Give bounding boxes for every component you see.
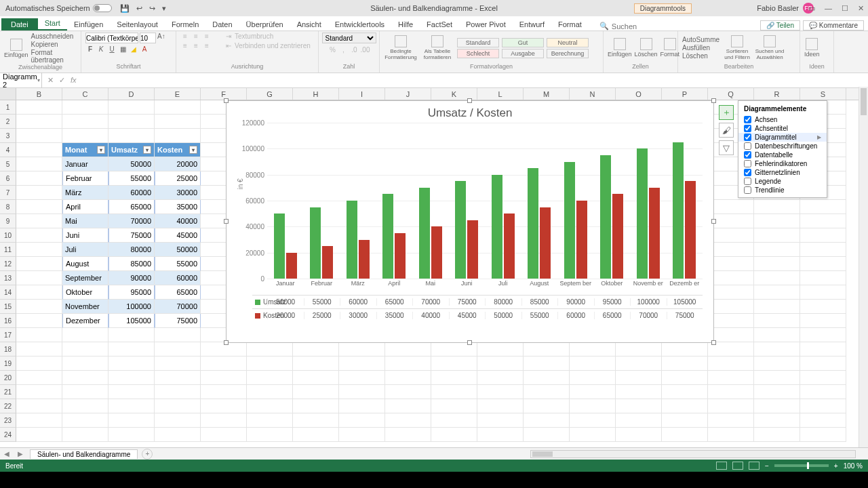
cell[interactable] [708, 228, 754, 243]
cell[interactable] [108, 100, 155, 115]
col-header[interactable]: R [754, 88, 800, 100]
horizontal-scrollbar[interactable] [530, 450, 856, 458]
row-header[interactable]: 22 [0, 399, 16, 413]
tab-daten[interactable]: Daten [205, 18, 239, 30]
cell[interactable] [339, 342, 385, 357]
cell[interactable] [339, 385, 385, 399]
bar-umsatz[interactable] [564, 162, 575, 279]
search-box[interactable]: 🔍 [599, 22, 666, 30]
autosave-toggle[interactable] [93, 4, 112, 12]
bar-umsatz[interactable] [492, 175, 502, 279]
cell[interactable] [385, 342, 431, 357]
worksheet-grid[interactable]: BCDEFGHIJKLMNOPQRS 1234Monat▾Umsatz▾Kost… [0, 88, 868, 443]
paste-button[interactable]: Einfügen [4, 39, 28, 58]
cell[interactable] [155, 428, 201, 442]
cell[interactable] [616, 371, 662, 385]
cell[interactable] [155, 385, 201, 399]
cell[interactable] [385, 357, 431, 371]
cell[interactable] [754, 413, 800, 428]
cell[interactable] [62, 399, 108, 413]
cell[interactable] [108, 413, 155, 428]
add-sheet-button[interactable]: + [142, 449, 153, 460]
cell[interactable]: November [62, 300, 108, 314]
bar-umsatz[interactable] [310, 207, 321, 279]
cell[interactable]: 70000 [155, 300, 201, 314]
cell[interactable] [800, 271, 846, 285]
cell[interactable] [62, 328, 108, 342]
col-header[interactable]: B [16, 88, 62, 100]
zoom-slider[interactable] [774, 464, 829, 467]
row-header[interactable]: 16 [0, 314, 16, 328]
find-select[interactable]: Suchen und Auswählen [755, 35, 785, 60]
cell[interactable]: 85000 [108, 257, 155, 271]
bar-umsatz[interactable] [528, 168, 538, 279]
col-header[interactable]: S [800, 88, 846, 100]
cell[interactable] [570, 342, 616, 357]
name-box[interactable]: Diagramm 2▾ [0, 73, 42, 89]
cell[interactable] [385, 428, 431, 442]
sheet-nav-prev[interactable]: ◀ [0, 450, 14, 458]
cell[interactable] [293, 399, 339, 413]
cell[interactable] [155, 342, 201, 357]
cell[interactable] [570, 371, 616, 385]
cell[interactable] [616, 428, 662, 442]
cell[interactable] [616, 357, 662, 371]
cell[interactable] [16, 186, 62, 200]
cell[interactable] [108, 371, 155, 385]
col-header[interactable]: N [570, 88, 616, 100]
cell[interactable] [662, 399, 708, 413]
chart-element-achsen[interactable]: Achsen [738, 115, 827, 124]
cell[interactable]: 75000 [155, 314, 201, 328]
cell[interactable]: Februar [62, 171, 108, 186]
cell[interactable] [754, 271, 800, 285]
view-break-icon[interactable] [749, 462, 760, 470]
tab-ansicht[interactable]: Ansicht [290, 18, 328, 30]
cell[interactable] [16, 328, 62, 342]
cell[interactable] [16, 399, 62, 413]
cell[interactable] [293, 385, 339, 399]
cell[interactable] [754, 328, 800, 342]
cell[interactable] [201, 428, 247, 442]
tab-factset[interactable]: FactSet [420, 18, 459, 30]
row-header[interactable]: 7 [0, 186, 16, 200]
cell[interactable] [385, 385, 431, 399]
cell[interactable] [524, 357, 570, 371]
cell[interactable] [16, 300, 62, 314]
bar-kosten[interactable] [576, 201, 587, 279]
cell[interactable] [708, 300, 754, 314]
clear[interactable]: Löschen [682, 52, 719, 60]
cell[interactable] [477, 413, 524, 428]
cell[interactable]: 55000 [155, 257, 201, 271]
cell[interactable] [16, 129, 62, 143]
cell[interactable]: 40000 [155, 214, 201, 228]
cell[interactable] [108, 385, 155, 399]
format-cells[interactable]: Format [660, 38, 680, 58]
cell[interactable] [662, 413, 708, 428]
col-header[interactable]: D [108, 88, 155, 100]
cell[interactable] [339, 357, 385, 371]
tab-entwurf[interactable]: Entwurf [513, 18, 551, 30]
chart-element-achsentitel[interactable]: Achsentitel [738, 124, 827, 133]
cell[interactable] [108, 357, 155, 371]
cell[interactable] [477, 342, 524, 357]
cell[interactable] [800, 314, 846, 328]
cell[interactable] [800, 342, 846, 357]
autosum[interactable]: AutoSumme [682, 36, 719, 43]
cell[interactable] [708, 413, 754, 428]
cell[interactable] [201, 413, 247, 428]
cell[interactable] [754, 214, 800, 228]
sheet-tab[interactable]: Säulen- und Balkendiagramme [30, 449, 138, 459]
cell[interactable] [293, 342, 339, 357]
cell[interactable] [800, 385, 846, 399]
row-header[interactable]: 1 [0, 100, 16, 115]
cell[interactable] [155, 413, 201, 428]
cell[interactable] [708, 271, 754, 285]
cell[interactable] [754, 243, 800, 257]
col-header[interactable]: J [385, 88, 431, 100]
cell[interactable]: Monat▾ [62, 143, 108, 157]
cell[interactable] [477, 428, 524, 442]
cell[interactable] [708, 314, 754, 328]
insert-cells[interactable]: Einfügen [608, 38, 632, 58]
col-header[interactable]: M [524, 88, 570, 100]
cell[interactable] [108, 328, 155, 342]
